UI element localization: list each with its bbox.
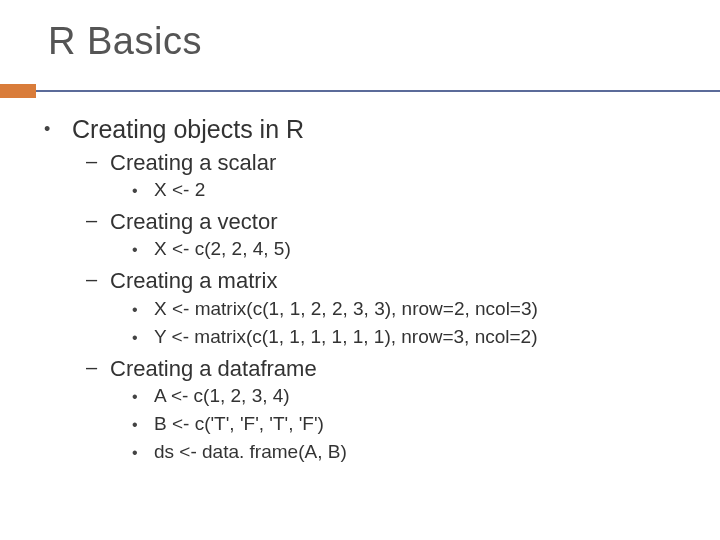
code-line: Y <- matrix(c(1, 1, 1, 1, 1, 1), nrow=3,…: [154, 326, 538, 348]
list-item: • Creating objects in R: [44, 115, 690, 144]
list-item: • ds <- data. frame(A, B): [132, 441, 690, 465]
bullet-icon: •: [132, 385, 154, 409]
list-item: – Creating a dataframe: [86, 356, 690, 381]
code-line: A <- c(1, 2, 3, 4): [154, 385, 290, 407]
list-item: – Creating a scalar: [86, 150, 690, 175]
list-item: • B <- c('T', 'F', 'T', 'F'): [132, 413, 690, 437]
content-area: • Creating objects in R – Creating a sca…: [44, 115, 690, 465]
bullet-icon: •: [132, 441, 154, 465]
section-label: Creating a scalar: [110, 150, 276, 175]
list-item: – Creating a vector: [86, 209, 690, 234]
horizontal-rule: [0, 90, 720, 92]
list-item: – Creating a matrix: [86, 268, 690, 293]
code-line: X <- 2: [154, 179, 205, 201]
dash-icon: –: [86, 150, 110, 173]
bullet-icon: •: [132, 298, 154, 322]
bullet-icon: •: [132, 326, 154, 350]
heading-text: Creating objects in R: [72, 115, 304, 144]
code-line: X <- c(2, 2, 4, 5): [154, 238, 291, 260]
section-label: Creating a matrix: [110, 268, 278, 293]
code-line: ds <- data. frame(A, B): [154, 441, 347, 463]
bullet-icon: •: [132, 413, 154, 437]
accent-block: [0, 84, 36, 98]
dash-icon: –: [86, 356, 110, 379]
list-item: • X <- 2: [132, 179, 690, 203]
code-line: B <- c('T', 'F', 'T', 'F'): [154, 413, 324, 435]
list-item: • Y <- matrix(c(1, 1, 1, 1, 1, 1), nrow=…: [132, 326, 690, 350]
bullet-icon: •: [132, 179, 154, 203]
slide-title: R Basics: [0, 0, 720, 63]
dash-icon: –: [86, 209, 110, 232]
code-line: X <- matrix(c(1, 1, 2, 2, 3, 3), nrow=2,…: [154, 298, 538, 320]
list-item: • X <- matrix(c(1, 1, 2, 2, 3, 3), nrow=…: [132, 298, 690, 322]
list-item: • X <- c(2, 2, 4, 5): [132, 238, 690, 262]
bullet-icon: •: [44, 115, 72, 143]
section-label: Creating a vector: [110, 209, 278, 234]
list-item: • A <- c(1, 2, 3, 4): [132, 385, 690, 409]
dash-icon: –: [86, 268, 110, 291]
section-label: Creating a dataframe: [110, 356, 317, 381]
bullet-icon: •: [132, 238, 154, 262]
slide: R Basics • Creating objects in R – Creat…: [0, 0, 720, 540]
